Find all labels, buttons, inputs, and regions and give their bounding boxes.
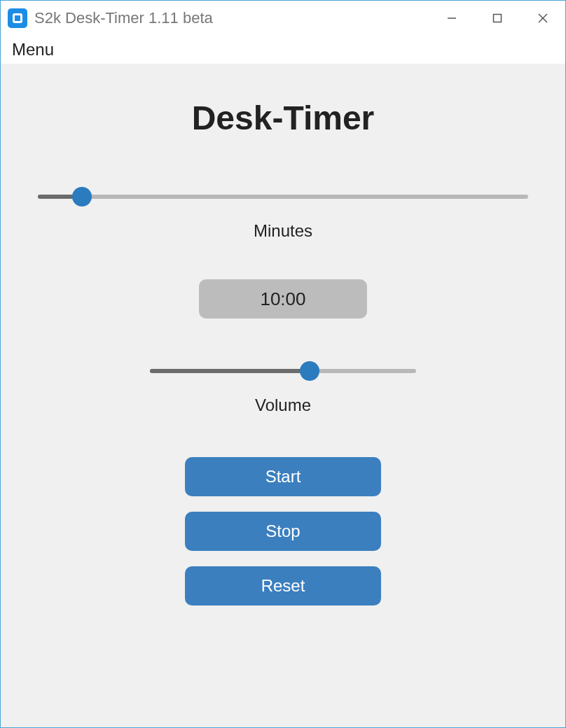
stop-button[interactable]: Stop bbox=[185, 512, 381, 551]
volume-slider[interactable] bbox=[150, 360, 416, 382]
minutes-slider-row: Minutes bbox=[36, 186, 530, 241]
volume-slider-fill bbox=[150, 369, 310, 373]
button-group: Start Stop Reset bbox=[185, 457, 381, 606]
close-button[interactable] bbox=[520, 1, 565, 36]
page-title: Desk-Timer bbox=[192, 99, 375, 137]
maximize-icon bbox=[492, 13, 502, 23]
volume-slider-thumb[interactable] bbox=[300, 361, 319, 381]
volume-label: Volume bbox=[255, 396, 311, 415]
close-icon bbox=[538, 13, 548, 23]
minutes-slider-thumb[interactable] bbox=[72, 187, 92, 206]
reset-button[interactable]: Reset bbox=[185, 566, 381, 606]
content-area: Desk-Timer Minutes 10:00 Volume Start St… bbox=[1, 64, 565, 727]
window-title: S2k Desk-Timer 1.11 beta bbox=[34, 9, 429, 27]
app-window: S2k Desk-Timer 1.11 beta Menu Desk-Timer… bbox=[0, 0, 566, 728]
titlebar: S2k Desk-Timer 1.11 beta bbox=[1, 1, 565, 36]
window-controls bbox=[429, 1, 565, 36]
svg-rect-1 bbox=[493, 15, 501, 22]
app-icon bbox=[8, 8, 27, 28]
start-button[interactable]: Start bbox=[185, 457, 381, 496]
maximize-button[interactable] bbox=[474, 1, 520, 36]
app-icon-inner bbox=[13, 13, 22, 23]
minimize-icon bbox=[447, 13, 457, 23]
minutes-label: Minutes bbox=[254, 221, 312, 241]
minimize-button[interactable] bbox=[429, 1, 474, 36]
menubar: Menu bbox=[1, 36, 565, 64]
minutes-slider-track bbox=[38, 195, 528, 199]
minutes-slider[interactable] bbox=[38, 186, 528, 207]
time-display: 10:00 bbox=[199, 279, 367, 318]
menu-item-menu[interactable]: Menu bbox=[6, 37, 60, 62]
volume-slider-row: Volume bbox=[36, 360, 530, 415]
